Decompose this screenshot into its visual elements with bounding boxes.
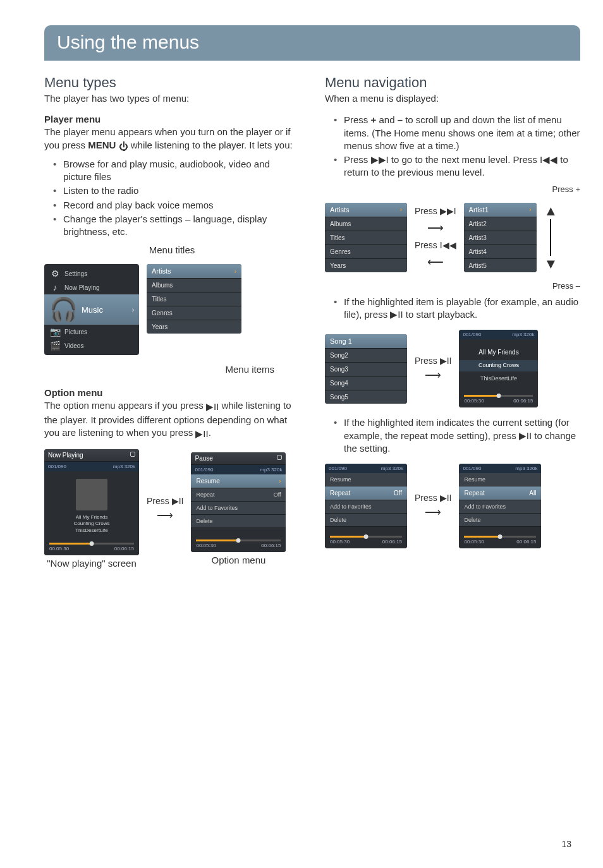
lock-icon: [277, 455, 282, 460]
chevron-right-icon: ›: [279, 478, 281, 485]
repeat-all-screen: 001/090mp3 320k Resume RepeatAll Add to …: [459, 464, 541, 548]
content: Menu types The player has two types of m…: [0, 66, 603, 577]
music-icon: 🎧: [49, 296, 78, 323]
list-item: Listen to the radio: [53, 184, 300, 197]
home-menu-screen: ⚙Settings ♪Now Playing 🎧Music› 📷Pictures…: [44, 264, 139, 355]
arrow-left-icon: ⟵: [427, 255, 444, 269]
page-title: Using the menus: [44, 25, 580, 61]
list-item: Change the player's settings – language,…: [53, 213, 300, 239]
chevron-right-icon: ›: [529, 206, 531, 213]
play-pause-icon: ▶II: [440, 493, 452, 503]
list-item: Press + and – to scroll up and down the …: [334, 114, 580, 152]
play-pause-icon: ▶II: [195, 428, 208, 440]
nav-right-menu: Artist1› Artist2 Artist3 Artist4 Artist5: [464, 203, 537, 272]
press-label: Press ▶II: [147, 496, 183, 506]
press-plus-label: Press +: [325, 184, 580, 194]
sub-menu-screen: Artists› Albums Titles Genres Years: [147, 264, 241, 334]
player-menu-body: The player menu appears when you turn on…: [44, 126, 300, 153]
list-item: Press ▶▶I to go to the next menu level. …: [334, 154, 580, 179]
menu-titles-label: Menu titles: [44, 244, 300, 255]
player-menu-bullets: Browse for and play music, audiobook, vi…: [53, 158, 300, 239]
song-menu: Song 1 Song2 Song3 Song4 Song5: [325, 334, 407, 404]
arrow-right-icon: ⟶: [157, 509, 173, 522]
arrow-right-icon: ⟶: [425, 505, 441, 519]
list-item: Record and play back voice memos: [53, 199, 300, 212]
settings-icon: ⚙: [49, 268, 61, 279]
chevron-right-icon: ›: [234, 268, 236, 275]
page-number: 13: [561, 839, 571, 849]
arrow-down-icon: ▼: [544, 256, 558, 272]
option-menu-caption: Option menu: [212, 555, 266, 565]
press-minus-label: Press –: [325, 281, 580, 291]
list-item: If the highlighted item indicates the cu…: [334, 416, 580, 455]
now-playing-screen: Now Playing 001/090mp3 320k All My Frien…: [44, 449, 139, 555]
playback-screen: 001/090mp3 320k All My Friends Counting …: [459, 330, 538, 407]
nav-left-menu: Artists› Albums Titles Genres Years: [325, 203, 407, 272]
chevron-right-icon: ›: [400, 206, 402, 213]
menu-navigation-intro: When a menu is displayed:: [325, 92, 580, 105]
player-menu-heading: Player menu: [44, 114, 300, 124]
list-item: If the highlighted item is playable (for…: [334, 296, 580, 322]
lock-icon: [130, 452, 135, 457]
left-column: Menu types The player has two types of m…: [44, 66, 300, 577]
chevron-right-icon: ›: [132, 306, 134, 313]
play-pause-icon: ▶II: [172, 496, 184, 506]
now-playing-caption: "Now playing" screen: [47, 558, 137, 569]
album-art-placeholder: [76, 479, 107, 510]
repeat-off-screen: 001/090mp3 320k Resume RepeatOff Add to …: [325, 464, 407, 548]
prev-icon: I◀◀: [540, 154, 557, 165]
menu-types-intro: The player has two types of menu:: [44, 92, 300, 105]
pictures-icon: 📷: [49, 327, 61, 337]
play-pause-icon: ▶II: [519, 430, 532, 441]
next-icon: ▶▶I: [440, 206, 456, 216]
now-playing-icon: ♪: [49, 282, 61, 292]
videos-icon: 🎬: [49, 341, 61, 351]
option-menu-screen: Pause 001/090mp3 320k Resume› RepeatOff …: [191, 452, 286, 552]
nav-bullets: Press + and – to scroll up and down the …: [334, 114, 580, 179]
arrow-right-icon: ⟶: [425, 368, 441, 382]
next-icon: ▶▶I: [371, 154, 389, 165]
power-icon: ⏻: [119, 140, 128, 153]
option-menu-body: The option menu appears if you press ▶II…: [44, 399, 300, 440]
option-menu-heading: Option menu: [44, 387, 300, 398]
menu-types-heading: Menu types: [44, 75, 300, 91]
list-item: Browse for and play music, audiobook, vi…: [53, 158, 300, 184]
arrow-right-icon: ⟶: [427, 221, 444, 235]
prev-icon: I◀◀: [440, 240, 456, 250]
right-column: Menu navigation When a menu is displayed…: [325, 66, 580, 577]
menu-navigation-heading: Menu navigation: [325, 75, 580, 91]
menu-items-label: Menu items: [44, 364, 300, 375]
play-pause-icon: ▶II: [440, 356, 452, 366]
play-pause-icon: ▶II: [390, 309, 403, 320]
arrow-up-icon: ▲: [544, 203, 558, 219]
play-pause-icon: ▶II: [206, 401, 219, 413]
